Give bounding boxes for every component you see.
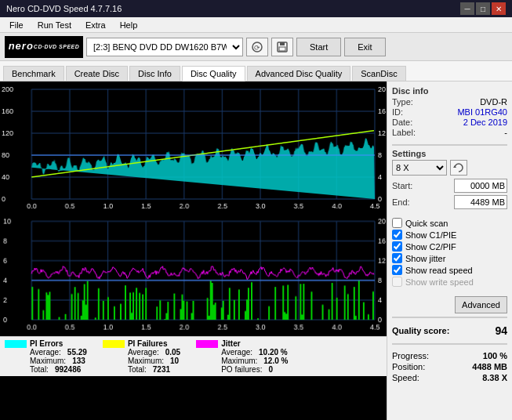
disc-date-label: Date:	[392, 118, 412, 127]
jitter-text: Jitter Average: 10.20 % Maximum: 12.0 % …	[221, 339, 288, 374]
save-icon-button[interactable]	[271, 38, 293, 56]
disc-label-row: Label: -	[392, 128, 507, 137]
tab-advanced-disc-quality[interactable]: Advanced Disc Quality	[247, 66, 351, 81]
maximize-button[interactable]: □	[476, 2, 490, 15]
menu-extra[interactable]: Extra	[79, 19, 112, 31]
quick-scan-label: Quick scan	[405, 219, 448, 228]
speed-select[interactable]: 8 X 4 X 6 X 12 X 16 X	[392, 160, 447, 176]
divider3	[392, 343, 507, 345]
show-c1-pie-checkbox[interactable]	[392, 230, 402, 240]
right-panel: Disc info Type: DVD-R ID: MBI 01RG40 Dat…	[387, 81, 512, 420]
pi-errors-avg-label: Average:	[30, 348, 61, 357]
divider1	[392, 144, 507, 146]
position-value: 4488 MB	[472, 362, 507, 371]
disc-date-row: Date: 2 Dec 2019	[392, 118, 507, 127]
pi-errors-text: PI Errors Average: 55.29 Maximum: 133 To…	[30, 339, 87, 374]
pi-errors-color	[5, 340, 27, 348]
jitter-avg-label: Average:	[221, 348, 252, 357]
tab-create-disc[interactable]: Create Disc	[66, 66, 128, 81]
bottom-chart	[0, 215, 387, 336]
end-field-row: End: 4489 MB	[392, 195, 507, 209]
disc-type-label: Type:	[392, 97, 413, 107]
disc-info-section: Disc info Type: DVD-R ID: MBI 01RG40 Dat…	[392, 86, 507, 138]
pi-failures-total: Total: 7231	[128, 365, 180, 374]
divider2	[392, 317, 507, 318]
start-input[interactable]: 0000 MB	[454, 179, 507, 193]
speed-value: 8.38 X	[482, 373, 507, 382]
jitter-label: Jitter	[221, 339, 288, 348]
pi-failures-max-label: Maximum:	[128, 357, 164, 365]
tab-disc-info[interactable]: Disc Info	[129, 66, 180, 81]
legend-inner: PI Errors Average: 55.29 Maximum: 133 To…	[5, 339, 382, 374]
svg-rect-4	[279, 47, 285, 51]
show-c2-pif-row: Show C2/PIF	[392, 241, 507, 252]
disc-info-title: Disc info	[392, 86, 507, 96]
legend-pi-errors: PI Errors Average: 55.29 Maximum: 133 To…	[5, 339, 87, 374]
show-write-speed-checkbox[interactable]	[392, 277, 402, 287]
speed-row-progress: Speed: 8.38 X	[392, 373, 507, 382]
po-failures-label: PO failures:	[221, 365, 262, 374]
jitter-avg-value: 10.20 %	[259, 348, 288, 357]
legend-jitter: Jitter Average: 10.20 % Maximum: 12.0 % …	[196, 339, 288, 374]
start-button[interactable]: Start	[296, 38, 341, 56]
minimize-button[interactable]: ─	[460, 2, 474, 15]
po-failures-row: PO failures: 0	[221, 365, 288, 374]
speed-label: Speed:	[392, 373, 419, 382]
quick-scan-checkbox[interactable]	[392, 218, 402, 228]
pi-failures-label: PI Failures	[128, 339, 180, 348]
show-write-speed-row: Show write speed	[392, 277, 507, 287]
tab-scan-disc[interactable]: ScanDisc	[352, 66, 405, 81]
start-label: Start:	[392, 181, 412, 190]
menu-run-test[interactable]: Run Test	[31, 19, 78, 31]
menu-file[interactable]: File	[3, 19, 30, 31]
disc-type-value: DVD-R	[480, 97, 507, 107]
pi-failures-total-label: Total:	[128, 365, 147, 374]
pi-errors-total: Total: 992486	[30, 365, 87, 374]
end-input[interactable]: 4489 MB	[454, 195, 507, 209]
pi-errors-max-value: 133	[72, 357, 85, 365]
position-label: Position:	[392, 362, 425, 371]
speed-row: 8 X 4 X 6 X 12 X 16 X	[392, 160, 507, 176]
pi-errors-max-label: Maximum:	[30, 357, 66, 365]
tab-disc-quality[interactable]: Disc Quality	[182, 66, 245, 81]
pi-failures-avg: Average: 0.05	[128, 348, 180, 357]
eject-icon-button[interactable]: ⟳	[246, 38, 268, 56]
refresh-icon-button[interactable]	[450, 160, 467, 176]
show-c2-pif-label: Show C2/PIF	[405, 242, 456, 252]
exit-button[interactable]: Exit	[344, 38, 385, 56]
pi-failures-avg-value: 0.05	[165, 348, 180, 357]
show-jitter-label: Show jitter	[405, 254, 445, 263]
show-c2-pif-checkbox[interactable]	[392, 241, 402, 252]
show-c1-pie-row: Show C1/PIE	[392, 230, 507, 240]
advanced-button[interactable]: Advanced	[455, 296, 507, 313]
jitter-max-value: 12.0 %	[263, 357, 288, 365]
main-content: PI Errors Average: 55.29 Maximum: 133 To…	[0, 81, 512, 420]
titlebar-controls: ─ □ ✕	[460, 2, 506, 15]
disc-type-row: Type: DVD-R	[392, 97, 507, 107]
show-jitter-checkbox[interactable]	[392, 253, 402, 263]
disc-disc-label: Label:	[392, 128, 416, 137]
menu-help[interactable]: Help	[114, 19, 144, 31]
pi-errors-label: PI Errors	[30, 339, 87, 348]
show-read-speed-checkbox[interactable]	[392, 265, 402, 275]
pi-failures-avg-label: Average:	[128, 348, 159, 357]
close-button[interactable]: ✕	[492, 2, 506, 15]
disc-id-label: ID:	[392, 107, 403, 117]
disc-id-row: ID: MBI 01RG40	[392, 107, 507, 117]
po-failures-value: 0	[268, 365, 273, 374]
drive-select[interactable]: [2:3] BENQ DVD DD DW1620 B7W9	[86, 38, 243, 56]
titlebar: Nero CD-DVD Speed 4.7.7.16 ─ □ ✕	[0, 0, 512, 17]
tab-benchmark[interactable]: Benchmark	[3, 66, 64, 81]
disc-label-value: -	[504, 128, 507, 137]
show-read-speed-row: Show read speed	[392, 265, 507, 275]
nero-logo: nero CD·DVD SPEED	[5, 36, 83, 58]
disc-date-value: 2 Dec 2019	[463, 118, 507, 127]
settings-title: Settings	[392, 149, 507, 158]
quick-scan-row: Quick scan	[392, 218, 507, 228]
jitter-avg: Average: 10.20 %	[221, 348, 288, 357]
quality-value: 94	[495, 324, 507, 337]
progress-value: 100 %	[483, 351, 507, 360]
legend-strip: PI Errors Average: 55.29 Maximum: 133 To…	[0, 336, 387, 376]
jitter-max: Maximum: 12.0 %	[221, 357, 288, 365]
tabbar: Benchmark Create Disc Disc Info Disc Qua…	[0, 61, 512, 81]
